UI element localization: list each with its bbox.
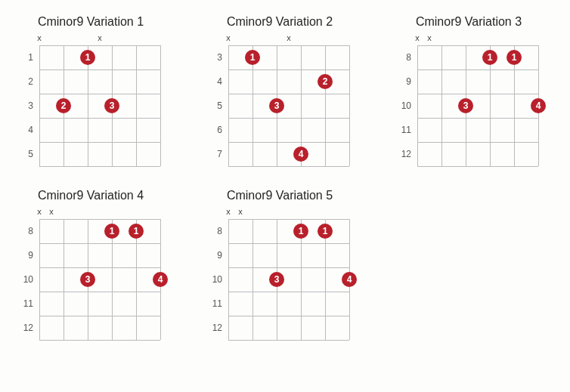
finger-dot: 1 xyxy=(104,224,119,239)
finger-dot: 4 xyxy=(342,272,357,287)
fret-labels: 12345 xyxy=(15,45,39,166)
fret-label: 12 xyxy=(204,316,228,340)
finger-dot: 3 xyxy=(80,272,95,287)
fretboard: 1134 xyxy=(417,45,538,166)
fret-label: 10 xyxy=(204,267,228,292)
mute-row: xx xyxy=(15,207,166,219)
fret-label: 4 xyxy=(15,118,39,142)
finger-dot: 1 xyxy=(293,224,308,239)
finger-dot: 1 xyxy=(129,224,144,239)
finger-dot: 3 xyxy=(269,272,284,287)
fret-label: 8 xyxy=(393,45,417,69)
mute-marker: x xyxy=(277,33,301,45)
mute-row: xx xyxy=(15,33,166,45)
chord-title: Cminor9 Variation 4 xyxy=(15,189,166,202)
fret-label: 12 xyxy=(393,142,417,166)
finger-dot: 4 xyxy=(531,98,546,113)
chord-diagram: Cminor9 Variation 2xx345671234 xyxy=(204,15,355,166)
fret-labels: 34567 xyxy=(204,45,228,166)
fret-label: 8 xyxy=(15,219,39,243)
finger-dot: 4 xyxy=(153,272,168,287)
fret-label: 9 xyxy=(393,69,417,94)
chord-diagram: Cminor9 Variation 5xx891011121134 xyxy=(204,189,355,340)
mute-marker xyxy=(277,207,301,219)
chord-diagram-grid: Cminor9 Variation 1xx12345123Cminor9 Var… xyxy=(15,15,555,340)
mute-row: xx xyxy=(204,207,355,219)
finger-dot: 3 xyxy=(458,98,473,113)
fret-label: 10 xyxy=(393,94,417,118)
fret-label: 9 xyxy=(204,243,228,267)
fret-label: 2 xyxy=(15,69,39,94)
mute-marker xyxy=(88,207,112,219)
finger-dot: 3 xyxy=(104,98,119,113)
fret-label: 3 xyxy=(204,45,228,69)
finger-dot: 1 xyxy=(245,50,260,65)
fret-label: 9 xyxy=(15,243,39,267)
fret-labels: 89101112 xyxy=(15,219,39,340)
fretboard: 1234 xyxy=(228,45,349,166)
finger-dot: 1 xyxy=(482,50,497,65)
fret-label: 8 xyxy=(204,219,228,243)
fret-label: 1 xyxy=(15,45,39,69)
finger-dot: 2 xyxy=(56,98,71,113)
fret-labels: 89101112 xyxy=(393,45,417,166)
fret-label: 11 xyxy=(393,118,417,142)
fretboard: 1134 xyxy=(228,219,349,340)
fret-label: 11 xyxy=(204,292,228,316)
chord-diagram: Cminor9 Variation 4xx891011121134 xyxy=(15,189,166,340)
fret-label: 5 xyxy=(15,142,39,166)
finger-dot: 1 xyxy=(506,50,522,65)
fretboard: 123 xyxy=(39,45,160,166)
chord-title: Cminor9 Variation 1 xyxy=(15,15,166,29)
chord-diagram: Cminor9 Variation 3xx891011121134 xyxy=(393,15,544,166)
fretboard: 1134 xyxy=(39,219,160,340)
fret-label: 6 xyxy=(204,118,228,142)
mute-marker: x xyxy=(88,33,112,45)
mute-row: xx xyxy=(204,33,355,45)
fret-label: 5 xyxy=(204,94,228,118)
fret-labels: 89101112 xyxy=(204,219,228,340)
finger-dot: 3 xyxy=(269,98,284,113)
finger-dot: 1 xyxy=(318,224,333,239)
finger-dot: 2 xyxy=(318,74,333,89)
finger-dot: 1 xyxy=(80,50,95,65)
fret-label: 4 xyxy=(204,69,228,94)
chord-title: Cminor9 Variation 3 xyxy=(393,15,544,29)
chord-title: Cminor9 Variation 5 xyxy=(204,189,355,202)
chord-diagram: Cminor9 Variation 1xx12345123 xyxy=(15,15,166,166)
fret-label: 7 xyxy=(204,142,228,166)
mute-marker xyxy=(466,33,490,45)
fret-label: 11 xyxy=(15,292,39,316)
mute-row: xx xyxy=(393,33,544,45)
chord-title: Cminor9 Variation 2 xyxy=(204,15,355,29)
finger-dot: 4 xyxy=(293,147,308,162)
fret-label: 10 xyxy=(15,267,39,292)
fret-label: 12 xyxy=(15,316,39,340)
fret-label: 3 xyxy=(15,94,39,118)
